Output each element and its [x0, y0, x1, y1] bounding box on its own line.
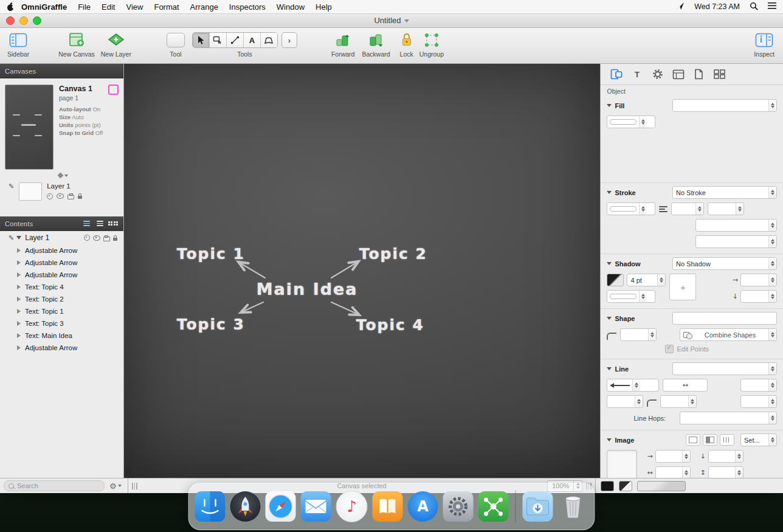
stroke-width-field[interactable] [671, 202, 704, 215]
tree-item-text-topic1[interactable]: Text: Topic 1 [0, 305, 123, 317]
canvas-list-item[interactable]: Canvas 1 page 1 Auto-layout On Size Auto… [0, 78, 123, 172]
notification-center-icon[interactable] [768, 2, 777, 12]
line-type-dropdown[interactable] [672, 362, 777, 375]
menu-app-name[interactable]: OmniGraffle [16, 2, 72, 12]
ibooks-dock-icon[interactable] [373, 491, 403, 522]
stroke-cap-dropdown[interactable] [695, 235, 777, 248]
ungroup-button[interactable]: Ungroup [419, 31, 444, 58]
selection-tool-button[interactable] [193, 33, 210, 47]
shadow-color-well[interactable] [607, 274, 624, 286]
properties-inspector-tab[interactable] [649, 67, 666, 81]
shared-layers-control[interactable] [58, 173, 123, 178]
line-tool-button[interactable] [227, 33, 244, 47]
forward-button[interactable]: Forward [331, 31, 355, 58]
tree-item-text-topic3[interactable]: Text: Topic 3 [0, 317, 123, 330]
disclosure-icon[interactable] [17, 248, 21, 253]
topic-3-text[interactable]: Topic 3 [177, 316, 245, 333]
object-inspector-tab[interactable] [608, 67, 624, 81]
combine-shapes-button[interactable]: Combine Shapes [680, 328, 777, 341]
layer-visibility-icon[interactable] [93, 235, 100, 241]
layer-lock-icon[interactable] [113, 238, 117, 241]
canvas-thumbnail[interactable] [5, 85, 53, 170]
itunes-dock-icon[interactable]: ♪ [336, 491, 368, 522]
layer-list-item[interactable]: ✎ Layer 1 [0, 178, 123, 207]
image-x-offset-field[interactable] [655, 450, 691, 463]
backward-button[interactable]: Backward [362, 31, 390, 58]
stroke-type-dropdown[interactable]: No Stroke [672, 186, 777, 199]
shadow-y-offset-field[interactable] [740, 290, 777, 303]
disclosure-open-icon[interactable] [607, 191, 612, 194]
shadow-blur-field[interactable]: 4 pt [627, 274, 666, 286]
stroke-alignment-icon[interactable] [659, 206, 667, 212]
stroke-corner-dropdown[interactable] [708, 202, 744, 215]
topic-2-text[interactable]: Topic 2 [359, 245, 427, 263]
layer-thumbnail[interactable] [19, 182, 42, 201]
line-hops-dropdown[interactable] [680, 412, 777, 424]
layer-lock-icon[interactable] [78, 196, 82, 199]
tree-layer-name[interactable]: Layer 1 [25, 233, 49, 242]
tool-button[interactable]: Tool [167, 31, 185, 58]
image-well[interactable] [607, 450, 637, 478]
image-fit-button[interactable] [686, 434, 700, 446]
stencils-inspector-tab[interactable] [711, 67, 728, 81]
line-width-field[interactable] [607, 395, 643, 408]
image-half-button[interactable] [703, 434, 717, 446]
disclosure-open-icon[interactable] [607, 367, 612, 370]
disclosure-icon[interactable] [17, 309, 21, 314]
apple-logo-icon[interactable] [6, 2, 15, 12]
omnigraffle-dock-icon[interactable] [478, 491, 509, 522]
layer-status-icon[interactable] [47, 193, 53, 199]
edit-points-checkbox[interactable] [665, 345, 674, 353]
menu-arrange[interactable]: Arrange [185, 2, 224, 12]
disclosure-icon[interactable] [17, 345, 21, 350]
finder-dock-icon[interactable] [195, 491, 226, 522]
topic-1-text[interactable]: Topic 1 [177, 245, 245, 263]
menu-edit[interactable]: Edit [96, 2, 120, 12]
safari-dock-icon[interactable] [266, 491, 296, 522]
layer-visibility-icon[interactable] [57, 193, 64, 199]
menu-help[interactable]: Help [310, 2, 337, 12]
image-set-dropdown[interactable]: Set... [740, 434, 777, 446]
inspect-button[interactable]: Inspect [754, 31, 774, 58]
topic-4-text[interactable]: Topic 4 [356, 316, 424, 334]
fill-type-dropdown[interactable] [672, 99, 777, 112]
new-canvas-button[interactable]: New Canvas [58, 31, 95, 58]
line-jump-field[interactable] [740, 395, 777, 408]
launchpad-dock-icon[interactable] [230, 491, 261, 522]
list-view-button[interactable] [81, 219, 92, 227]
app-store-dock-icon[interactable]: A [408, 491, 438, 522]
line-end-arrow-dropdown[interactable] [740, 379, 777, 392]
grid-view-button[interactable] [108, 219, 119, 227]
image-y-offset-field[interactable] [708, 450, 743, 463]
image-height-field[interactable] [708, 466, 743, 478]
image-width-field[interactable] [655, 466, 691, 478]
tree-layer-row[interactable]: ✎ Layer 1 [0, 231, 123, 244]
menu-inspectors[interactable]: Inspectors [224, 2, 271, 12]
outline-view-button[interactable] [95, 219, 105, 227]
stroke-style-control[interactable] [607, 202, 655, 215]
shape-tool-button[interactable] [210, 33, 227, 47]
disclosure-open-icon[interactable] [16, 236, 21, 240]
system-preferences-dock-icon[interactable] [443, 491, 474, 522]
menu-window[interactable]: Window [271, 2, 310, 12]
layer-print-icon[interactable] [103, 237, 110, 241]
downloads-dock-icon[interactable] [523, 491, 553, 522]
title-bar[interactable]: Untitled [0, 13, 783, 28]
stroke-join-dropdown[interactable] [695, 219, 777, 232]
artboard-tool-button[interactable] [261, 33, 277, 47]
fill-style-control[interactable] [607, 116, 655, 128]
sidebar-toggle-button[interactable]: Sidebar [7, 31, 29, 58]
adjustable-arrows[interactable] [124, 64, 601, 478]
canvas[interactable]: Topic 1 Topic 2 Main Idea Topic 3 Topic … [124, 64, 601, 478]
canvas-inspector-tab[interactable] [670, 67, 686, 81]
disclosure-icon[interactable] [17, 272, 21, 277]
disclosure-open-icon[interactable] [607, 262, 612, 265]
line-middle-dropdown[interactable]: ↔ [663, 379, 708, 392]
shadow-position-well[interactable]: + [669, 274, 696, 300]
new-layer-button[interactable]: New Layer [101, 31, 131, 58]
lock-button[interactable]: Lock [400, 31, 413, 58]
main-idea-text[interactable]: Main Idea [257, 280, 358, 299]
layer-name[interactable]: Layer 1 [47, 182, 82, 190]
trash-dock-icon[interactable] [558, 491, 588, 522]
menu-file[interactable]: File [72, 2, 96, 12]
